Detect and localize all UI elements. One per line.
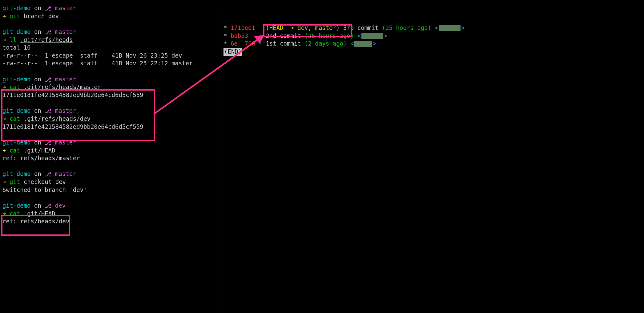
branch-icon: ⎇ [45,170,51,178]
prompt-line: git-demo on ⎇ master [2,4,222,12]
output-line: ref: refs/heads/dev [2,217,222,226]
prompt-line: git-demo on ⎇ master [2,75,222,83]
output-line: 1711e0181fe421584582ed9bb20e64cd6d5cf559 [2,123,222,131]
prompt-line: git-demo on ⎇ master [2,139,222,147]
command-line: ➜ git checkout dev [2,178,222,186]
command-line: ➜ ll .git/refs/heads [2,36,222,44]
branch-icon: ⎇ [45,76,51,84]
output-line: -rw-r--r-- 1 escape staff 41B Nov 25 22:… [2,59,222,67]
command-line: ➜ cat .git/HEAD [2,147,222,155]
log-line: * 1711e01 - (HEAD -> dev, master) 3rd co… [223,24,644,32]
output-line: ref: refs/heads/master [2,154,222,162]
output-line: total 16 [2,44,222,52]
output-line: Switched to branch 'dev' [2,186,222,194]
log-line: * bab53 - 2nd commit (26 hours ago) <> [223,32,644,40]
terminal-right-pane[interactable]: * 1711e01 - (HEAD -> dev, master) 3rd co… [222,4,644,313]
pager-end: (END) [223,48,644,56]
command-line: ➜ cat .git/refs/heads/master [2,83,222,91]
branch-icon: ⎇ [45,5,51,13]
command-line: ➜ git branch dev [2,12,222,20]
command-line: ➜ cat .git/HEAD [2,210,222,218]
pane-divider[interactable] [222,4,222,313]
output-line: 1711e0181fe421584582ed9bb20e64cd6d5cf559 [2,91,222,99]
redacted-author [354,41,372,47]
branch-icon: ⎇ [45,202,51,210]
branch-icon: ⎇ [45,139,51,147]
redacted-author [439,25,461,31]
terminal-left-pane[interactable]: git-demo on ⎇ master ➜ git branch dev gi… [0,4,222,313]
branch-icon: ⎇ [45,28,51,36]
output-line: -rw-r--r-- 1 escape staff 41B Nov 26 23:… [2,52,222,60]
prompt-line: git-demo on ⎇ master [2,28,222,36]
log-line: * 6e 700 - 1st commit (2 days ago) <> [223,40,644,48]
prompt-line: git-demo on ⎇ dev [2,202,222,210]
branch-icon: ⎇ [45,107,51,115]
command-line: ➜ cat .git/refs/heads/dev [2,115,222,123]
redacted-author [361,33,383,39]
prompt-line: git-demo on ⎇ master [2,170,222,178]
prompt-line: git-demo on ⎇ master [2,107,222,115]
